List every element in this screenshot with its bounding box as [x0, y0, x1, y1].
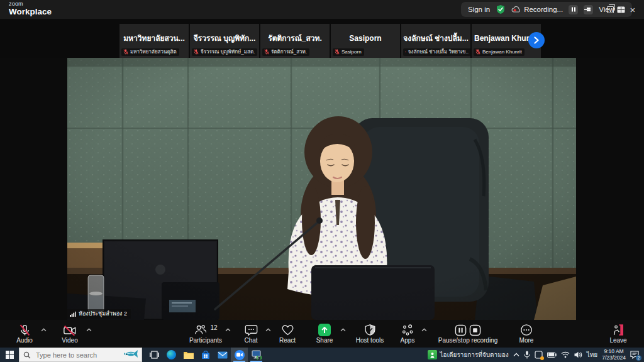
participant-thumbnail[interactable]: จีรวรรณ บุญพิทัก... จีรวรรณ บุญพิทักษ์_ม…: [190, 24, 259, 58]
share-caret[interactable]: [340, 326, 346, 333]
tray-wifi-button[interactable]: [561, 351, 570, 358]
video-options-caret[interactable]: [86, 326, 92, 333]
remote-desktop-button[interactable]: [248, 348, 265, 362]
video-label: Video: [62, 337, 77, 344]
minimize-button[interactable]: [576, 0, 599, 19]
participant-label-text: Sasiporn: [341, 49, 362, 55]
participants-label: Participants: [189, 337, 222, 344]
notification-dot: [540, 356, 544, 360]
host-tools-button[interactable]: Host tools: [349, 320, 391, 348]
start-button[interactable]: [0, 348, 19, 362]
microsoft-store-button[interactable]: [197, 348, 214, 362]
edge-browser-button[interactable]: [163, 348, 180, 362]
task-view-button[interactable]: [146, 348, 163, 362]
close-button[interactable]: ×: [621, 0, 644, 19]
signal-bars-icon: [70, 311, 76, 317]
participant-name: รัตติการณ์_สวท.: [262, 32, 328, 45]
taskbar-clock[interactable]: 9:10 AM 7/23/2024: [602, 349, 626, 361]
participant-name: มหาวิทยาลัยสวน...: [121, 32, 187, 45]
leave-label: Leave: [609, 337, 626, 344]
more-label: More: [519, 337, 534, 344]
share-label: Share: [316, 337, 333, 344]
pause-stop-recording-button[interactable]: Pause/stop recording: [431, 320, 505, 348]
more-ellipsis-icon: [520, 324, 533, 336]
brand-workplace: Workplace: [9, 8, 52, 16]
file-explorer-button[interactable]: [180, 348, 197, 362]
windows-logo-icon: [6, 351, 14, 359]
speaker-icon: [574, 351, 582, 358]
recording-label: Recording...: [524, 6, 563, 13]
next-participants-button[interactable]: [528, 32, 545, 48]
language-indicator[interactable]: ไทย: [587, 350, 597, 359]
sign-in-button[interactable]: Sign in: [468, 6, 490, 13]
participant-thumbnail[interactable]: จงลักษณ์ ช่างปลื้ม... จงลักษณ์ ช่างปลื้ม…: [401, 24, 470, 58]
tray-expand-button[interactable]: [513, 353, 519, 357]
close-icon: ×: [630, 4, 636, 15]
encryption-shield-icon[interactable]: [496, 4, 506, 14]
mail-app-button[interactable]: [214, 348, 231, 362]
tray-app-button[interactable]: [535, 351, 543, 359]
pause-recording-icon: [455, 324, 467, 336]
participant-thumbnail[interactable]: Sasiporn Sasiporn: [331, 24, 400, 58]
leave-button[interactable]: Leave: [600, 320, 636, 348]
share-screen-icon: [318, 324, 331, 336]
participants-caret[interactable]: [225, 326, 231, 333]
tray-mic-button[interactable]: [524, 351, 530, 359]
video-button[interactable]: Video: [52, 320, 88, 348]
clock-date: 7/23/2024: [602, 355, 626, 361]
audio-button[interactable]: Audio: [6, 320, 43, 348]
participant-name: จีรวรรณ บุญพิทัก...: [191, 32, 258, 45]
chat-button[interactable]: Chat: [233, 320, 269, 348]
participant-label-text: จงลักษณ์ ช่างปลื้ม วิทยาเข..: [408, 49, 469, 55]
conference-room-video: ห้องประชุมลำพอง 2: [67, 58, 576, 320]
restore-icon: [607, 6, 614, 13]
search-input[interactable]: [35, 351, 111, 359]
share-button[interactable]: Share: [306, 320, 343, 348]
recording-cloud-icon: [511, 6, 521, 13]
zoom-app-button[interactable]: [231, 348, 248, 362]
participant-label-badge: Sasiporn: [333, 48, 364, 56]
participant-label-text: จีรวรรณ บุญพิทักษ์_มสด.: [201, 49, 255, 55]
action-center-button[interactable]: 2: [630, 351, 639, 359]
battery-icon: [547, 352, 557, 358]
participants-button[interactable]: 12 Participants: [179, 320, 232, 348]
brand-zoom: zoom: [9, 1, 52, 7]
tray-battery-button[interactable]: [547, 352, 557, 358]
zoom-app-icon: [235, 350, 245, 360]
remote-desktop-icon: [252, 350, 262, 359]
taskbar-search[interactable]: [19, 348, 142, 362]
participant-label-text: มหาวิทยาลัยสวนดุสิต: [130, 49, 177, 55]
chevron-right-icon: [533, 36, 540, 44]
muted-mic-icon: [18, 324, 31, 337]
muted-mic-icon: [475, 49, 480, 55]
search-highlight-fish-icon: [121, 349, 140, 361]
participant-tiles: มหาวิทยาลัยสวน... มหาวิทยาลัยสวนดุสิต จี…: [119, 24, 541, 58]
tray-mic-icon: [524, 351, 530, 359]
heart-icon: [281, 324, 294, 336]
window-controls: ×: [576, 0, 644, 19]
taskbar-right-cluster: ไอเดียรายการที่จับตามอง ไทย 9:10 AM 7/23…: [428, 349, 644, 361]
participant-name: จงลักษณ์ ช่างปลื้ม...: [402, 32, 469, 45]
react-button[interactable]: React: [270, 320, 305, 348]
maximize-button[interactable]: [599, 0, 621, 19]
audio-options-caret[interactable]: [41, 326, 47, 333]
watchlist-icon: [428, 350, 437, 359]
news-widget[interactable]: ไอเดียรายการที่จับตามอง: [428, 350, 509, 359]
apps-caret[interactable]: [421, 326, 427, 333]
apps-button[interactable]: Apps: [392, 320, 423, 348]
participant-label-badge: มหาวิทยาลัยสวนดุสิต: [121, 48, 179, 56]
participant-thumbnail[interactable]: รัตติการณ์_สวท. รัตติการณ์_สวท.: [260, 24, 330, 58]
chevron-up-icon: [513, 353, 519, 357]
more-button[interactable]: More: [509, 320, 544, 348]
news-label: ไอเดียรายการที่จับตามอง: [440, 350, 509, 359]
muted-camera-icon: [63, 324, 77, 337]
notification-count-badge: 2: [636, 355, 641, 361]
minimize-icon: [584, 9, 591, 10]
participant-thumbnail[interactable]: มหาวิทยาลัยสวน... มหาวิทยาลัยสวนดุสิต: [119, 24, 189, 58]
zoom-workplace-logo: zoom Workplace: [9, 1, 52, 16]
tray-volume-button[interactable]: [574, 351, 582, 358]
search-icon: [23, 351, 31, 359]
windows-taskbar: ไอเดียรายการที่จับตามอง ไทย 9:10 AM 7/23…: [0, 348, 644, 362]
participant-label-badge: Benjawan Khunrit: [474, 48, 525, 56]
muted-mic-icon: [194, 49, 199, 55]
